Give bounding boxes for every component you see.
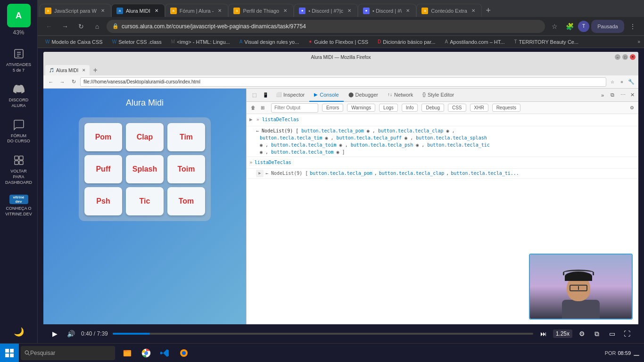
midi-btn-tim[interactable]: Tim [167, 123, 205, 151]
node-link[interactable]: button.tecla.tecla_tic [427, 142, 489, 148]
node-link[interactable]: button.tecla.tecla_clap [379, 170, 444, 177]
midi-btn-tic[interactable]: Tic [126, 187, 164, 215]
sidebar-item-activities[interactable]: ATIVIDADES5 de 7 [4, 43, 34, 77]
tab-close[interactable]: ✕ [282, 8, 289, 14]
file-explorer-icon[interactable] [119, 345, 136, 362]
tab-alura-midi[interactable]: a Alura MIDI ✕ [111, 4, 165, 17]
profile-icon[interactable]: T [578, 21, 589, 32]
reload-button[interactable]: ↻ [74, 20, 88, 33]
node-link[interactable]: button.tecla.tecla_ti... [451, 170, 519, 177]
extensions-icon[interactable]: 🧩 [563, 20, 576, 33]
filter-info[interactable]: Info [402, 104, 418, 112]
bookmark-img-html[interactable]: M <img> - HTML: Lingu... [167, 38, 234, 46]
progress-bar[interactable] [113, 333, 533, 335]
devtools-responsive[interactable]: 📱 [260, 89, 271, 102]
inner-menu[interactable]: ≡ [618, 78, 626, 86]
bookmark-caixa-css[interactable]: W Modelo de Caixa CSS [41, 38, 107, 46]
filter-debug[interactable]: Debug [421, 104, 444, 112]
inner-tab-close[interactable]: ✕ [82, 68, 86, 73]
fullscreen-button[interactable]: ⛶ [621, 328, 633, 339]
sidebar-item-discord[interactable]: DISCORDALURA [4, 79, 34, 112]
midi-btn-puff[interactable]: Puff [84, 155, 122, 183]
tab-close[interactable]: ✕ [470, 8, 477, 14]
chrome-taskbar-icon[interactable] [138, 345, 155, 362]
fast-forward-button[interactable]: ⏭ [538, 328, 549, 339]
bookmark-apostilando[interactable]: A Apostilando.com – HT... [441, 38, 509, 46]
tab-forum[interactable]: a Fórum | Alura - ✕ [165, 4, 229, 17]
node-link[interactable]: button.tecla.tecla_tom [271, 149, 333, 155]
filter-xhr[interactable]: XHR [470, 104, 488, 112]
settings-icon[interactable]: ⚙ [628, 104, 636, 112]
node-link[interactable]: button.tecla.tecla_toim [271, 142, 336, 148]
dark-mode-toggle[interactable]: 🌙 [11, 324, 26, 339]
firefox-taskbar-icon[interactable] [175, 345, 192, 362]
expand-icon-1[interactable]: ▶ [249, 116, 253, 124]
inner-new-tab[interactable]: + [90, 65, 101, 75]
midi-btn-clap[interactable]: Clap [126, 123, 164, 151]
devtools-close-btn[interactable]: ✕ [628, 92, 636, 98]
inner-back[interactable]: ← [46, 77, 56, 87]
tab-javascript[interactable]: a JavaScript para W ✕ [40, 4, 111, 17]
devtools-options-btn[interactable]: ⋯ [618, 90, 627, 100]
home-button[interactable]: ⌂ [91, 20, 104, 33]
node-link[interactable]: button.tecla.tecla_clap [378, 128, 443, 133]
inner-minimize[interactable]: – [615, 54, 620, 60]
devtools-tab-inspector[interactable]: ⬜ Inspector [271, 89, 309, 102]
devtools-overflow-btn[interactable]: » [599, 92, 606, 98]
bookmarks-overflow[interactable]: » [637, 39, 640, 44]
devtools-tab-network[interactable]: ↑↓ Network [383, 89, 418, 102]
devtools-dock-btn[interactable]: ⧉ [608, 90, 617, 100]
tab-close[interactable]: ✕ [99, 8, 106, 14]
devtools-picker[interactable]: ⬚ [248, 89, 260, 102]
node-link[interactable]: button.tecla.tecla_pom [301, 128, 363, 133]
back-button[interactable]: ← [42, 20, 56, 33]
devtools-tab-console[interactable]: ▶ Console [309, 89, 343, 102]
tab-conteudo[interactable]: a Conteúdo Extra ✕ [416, 4, 481, 17]
midi-btn-pom[interactable]: Pom [84, 123, 122, 151]
devtools-tab-debugger[interactable]: ⬤ Debugger [344, 89, 383, 102]
filter-css[interactable]: CSS [448, 104, 466, 112]
start-button[interactable] [0, 344, 19, 362]
tab-close[interactable]: ✕ [405, 8, 411, 14]
sidebar-item-forum[interactable]: FÓRUMDO CURSO [4, 115, 34, 148]
bookmark-seletor-css[interactable]: W Seletor CSS .class [108, 38, 165, 46]
bookmark-visual-design[interactable]: A Visual design rules yo... [236, 38, 303, 46]
node-link[interactable]: button.tecla.tecla_pom [310, 170, 372, 177]
midi-btn-psh[interactable]: Psh [84, 187, 122, 215]
filter-output-input[interactable] [271, 103, 318, 113]
vscode-taskbar-icon[interactable] [157, 345, 173, 362]
speed-selector[interactable]: 1.25x [553, 329, 572, 338]
sidebar-item-vitrine[interactable]: vitrinedev CONHEÇA OVITRINE.DEV [4, 191, 34, 221]
tab-discord2[interactable]: ● • Discord | #\ ✕ [358, 4, 416, 17]
theater-button[interactable]: ▭ [606, 328, 618, 339]
volume-button[interactable]: 🔊 [65, 328, 76, 339]
midi-btn-tom[interactable]: Tom [167, 187, 205, 215]
inner-address-bar[interactable]: file:///home/vanessa/Desktop/aluramidi-c… [80, 77, 606, 87]
inner-maximize[interactable]: □ [622, 54, 628, 60]
bookmark-territory[interactable]: T TERRITORY Beauty Ce... [510, 38, 582, 46]
inner-reload[interactable]: ↻ [69, 77, 78, 87]
menu-button[interactable]: ⋮ [626, 20, 639, 33]
tab-perfil[interactable]: a Perfil de Thiago ✕ [228, 4, 294, 17]
forward-button[interactable]: → [58, 20, 72, 33]
filter-errors[interactable]: Errors [322, 104, 343, 112]
inner-bookmark[interactable]: ☆ [608, 78, 617, 86]
bookmark-dicionario[interactable]: D Dicionário básico par... [374, 38, 439, 46]
expand-icon-2[interactable]: ▶ [256, 170, 264, 177]
tab-close[interactable]: ✕ [346, 8, 353, 14]
inner-forward[interactable]: → [58, 77, 67, 87]
node-link[interactable]: button.tecla.tecla_puff [337, 135, 402, 140]
notification-icon[interactable] [633, 349, 640, 357]
tab-close[interactable]: ✕ [153, 8, 160, 14]
settings-button[interactable]: ⚙ [576, 328, 587, 339]
node-link[interactable]: button.tecla.tecla_tim [260, 135, 322, 140]
devtools-tab-style-editor[interactable]: {} Style Editor [418, 89, 459, 102]
address-bar[interactable]: 🔒 cursos.alura.com.br/course/javascript-… [107, 20, 545, 33]
inner-tab-midi[interactable]: 🎵 Alura MIDI ✕ [45, 65, 90, 75]
inner-close[interactable]: ✕ [630, 54, 636, 60]
tab-close[interactable]: ✕ [216, 8, 223, 14]
pause-button[interactable]: Pausada [591, 20, 624, 33]
filter-logs[interactable]: Logs [379, 104, 398, 112]
trash-icon[interactable]: 🗑 [249, 104, 257, 112]
midi-btn-splash[interactable]: Splash [126, 155, 164, 183]
